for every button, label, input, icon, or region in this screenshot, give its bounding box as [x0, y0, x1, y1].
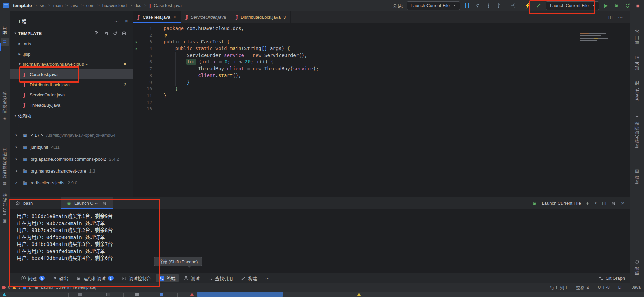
- taskbar-app-icon[interactable]: [106, 293, 110, 296]
- tree-row[interactable]: ▼TEMPLATE: [10, 28, 133, 39]
- more-options-icon[interactable]: ⋯: [114, 18, 119, 24]
- code-editor[interactable]: 1package com.huaweicloud.dcs;2▶3public c…: [133, 23, 630, 197]
- chevron-right-icon[interactable]: >: [15, 181, 19, 185]
- stop-button[interactable]: ■: [634, 2, 641, 9]
- breadcrumb-item[interactable]: dcs: [134, 3, 141, 8]
- dependency-row[interactable]: >org.hamcrest:hamcrest-core1.3: [10, 165, 133, 177]
- split-icon[interactable]: ◫: [602, 201, 606, 206]
- run-gutter-icon[interactable]: ▶: [133, 45, 140, 52]
- split-editor-icon[interactable]: ◫: [608, 14, 613, 20]
- sidebar-item-struct[interactable]: ⊞结构: [630, 169, 644, 184]
- tool-window-button-debug[interactable]: 运行和调试1: [73, 274, 117, 282]
- breadcrumb-file[interactable]: CaseTest.java: [154, 3, 182, 8]
- tree-row[interactable]: ▼src/main/java/com/huaweicloud···: [10, 59, 133, 69]
- close-panel-icon[interactable]: ×: [621, 200, 624, 206]
- taskbar-app-icon[interactable]: [190, 293, 194, 296]
- encoding[interactable]: UTF-8: [598, 285, 610, 290]
- editor-tab[interactable]: JServiceOrder.java: [181, 11, 231, 23]
- sidebar-item-project[interactable]: 工程▤: [0, 26, 10, 46]
- hide-panel-icon[interactable]: ×: [125, 18, 128, 24]
- step-into-icon[interactable]: [485, 2, 492, 9]
- app-icon[interactable]: [3, 3, 9, 8]
- taskbar-app-icon[interactable]: [78, 293, 82, 296]
- build-hammer-icon[interactable]: [535, 2, 542, 9]
- trash-icon[interactable]: [611, 201, 616, 206]
- tool-window-button-more[interactable]: ···: [262, 274, 273, 282]
- new-file-icon[interactable]: [94, 31, 99, 36]
- git-graph-button[interactable]: Git Graph: [599, 276, 630, 281]
- run-button[interactable]: ▶: [603, 2, 610, 9]
- sidebar-item-hier[interactable]: ≡类型层次结构: [630, 115, 644, 148]
- chevron-right-icon[interactable]: >: [15, 157, 19, 161]
- lightning-icon[interactable]: ⚡: [525, 2, 531, 9]
- status-run-config[interactable]: Launch Current File (template): [34, 285, 96, 290]
- chevron-right-icon[interactable]: ▶: [17, 52, 23, 56]
- dependency-row[interactable]: >org.apache.commons:commons-pool22.4.2: [10, 153, 133, 165]
- tool-window-button-search[interactable]: 查找引用: [205, 274, 236, 282]
- session-dropdown[interactable]: Launch Current File▼: [407, 1, 460, 10]
- breadcrumb-item[interactable]: template: [13, 3, 32, 8]
- tree-row[interactable]: ▶.jlsp: [10, 49, 133, 59]
- terminal-output[interactable]: 用户：016dc1e8main购买第1台，剩余9台正在为用户：93b7ca29m…: [10, 209, 630, 262]
- breadcrumb-item[interactable]: main: [53, 3, 63, 8]
- chevron-right-icon[interactable]: ▶: [17, 42, 23, 45]
- chevron-right-icon[interactable]: >: [15, 169, 19, 173]
- tree-row[interactable]: JServiceOrder.java: [10, 90, 133, 100]
- tool-window-button-build[interactable]: 构建: [238, 274, 260, 282]
- chevron-down-icon[interactable]: ▼: [594, 202, 597, 205]
- rerun-button[interactable]: [624, 2, 631, 9]
- chevron-down-icon[interactable]: ▼: [17, 62, 23, 66]
- collapse-all-icon[interactable]: [122, 31, 126, 36]
- debug-button[interactable]: [613, 2, 620, 9]
- chevron-right-icon[interactable]: >: [15, 133, 19, 137]
- new-folder-icon[interactable]: [103, 31, 108, 36]
- close-tab-icon[interactable]: ×: [173, 14, 176, 20]
- tree-row[interactable]: JDistributedLock.java3: [10, 79, 133, 90]
- taskbar-app-icon[interactable]: [160, 293, 163, 296]
- step-over-icon[interactable]: [474, 2, 481, 9]
- file-type[interactable]: Java: [632, 285, 641, 290]
- indent-setting[interactable]: 空格: 4: [576, 285, 589, 291]
- sidebar-item-explorer[interactable]: 工程资源管理器▦: [0, 148, 10, 185]
- more-options-icon[interactable]: ⋯: [618, 14, 623, 20]
- step-out-icon[interactable]: [495, 2, 502, 9]
- run-config-dropdown[interactable]: Launch Current File▼: [546, 1, 599, 10]
- taskbar-app-icon[interactable]: [3, 293, 6, 296]
- dependency-row[interactable]: >redis.clients:jedis2.9.0: [10, 177, 133, 189]
- breadcrumb-item[interactable]: com: [86, 3, 95, 8]
- tool-window-button-terminal[interactable]: >_终端: [156, 274, 179, 282]
- dependencies-header[interactable]: ▼依赖项: [10, 110, 133, 120]
- refresh-icon[interactable]: [113, 31, 117, 36]
- sidebar-item-ext[interactable]: ◳扩展: [630, 55, 644, 71]
- taskbar-app-icon[interactable]: [135, 293, 139, 296]
- terminal-tab[interactable]: bash: [10, 197, 61, 209]
- tree-row[interactable]: JCaseTest.java: [10, 69, 133, 79]
- add-terminal-icon[interactable]: +: [586, 200, 589, 206]
- breadcrumb-item[interactable]: huaweicloud: [102, 3, 127, 8]
- sidebar-item-tools[interactable]: ⚒工具: [630, 29, 644, 45]
- dependency-row[interactable]: >< 17 >/usr/lib/jvm/java-17-openjdk-amd6…: [10, 129, 133, 141]
- tool-window-button-flag[interactable]: ⚑输出: [50, 274, 71, 282]
- caret-position[interactable]: 行 1, 列 1: [550, 285, 568, 291]
- run-gutter-icon[interactable]: ▶: [133, 39, 140, 45]
- sidebar-item-maven[interactable]: MMaven: [630, 81, 644, 102]
- breadcrumb-item[interactable]: java: [70, 3, 78, 8]
- intention-bulb-icon[interactable]: [164, 33, 168, 38]
- chevron-right-icon[interactable]: >: [15, 145, 19, 149]
- taskbar-app-icon[interactable]: [357, 293, 361, 296]
- sidebar-item-huawei-api[interactable]: 华为云 API▣: [0, 193, 10, 223]
- terminal-tab[interactable]: Launch C···: [61, 197, 113, 209]
- editor-tab[interactable]: JDistributedLock.java3: [231, 11, 291, 23]
- run-to-cursor-icon[interactable]: [510, 2, 517, 9]
- editor-tab[interactable]: JCaseTest.java×: [133, 11, 181, 23]
- trash-icon[interactable]: [102, 201, 107, 206]
- tool-window-button-test[interactable]: 测试: [181, 274, 203, 282]
- taskbar-active-window[interactable]: [197, 292, 283, 297]
- sidebar-item-bell[interactable]: 通知: [630, 259, 644, 276]
- pause-button[interactable]: [464, 2, 470, 9]
- tool-window-button-problems[interactable]: !问题5: [18, 274, 48, 282]
- dependency-row[interactable]: >junit:junit4.11: [10, 141, 133, 153]
- tree-row[interactable]: ▶.arts: [10, 39, 133, 49]
- tree-row[interactable]: JThreadBuy.java: [10, 100, 133, 110]
- breadcrumb-item[interactable]: src: [40, 3, 45, 8]
